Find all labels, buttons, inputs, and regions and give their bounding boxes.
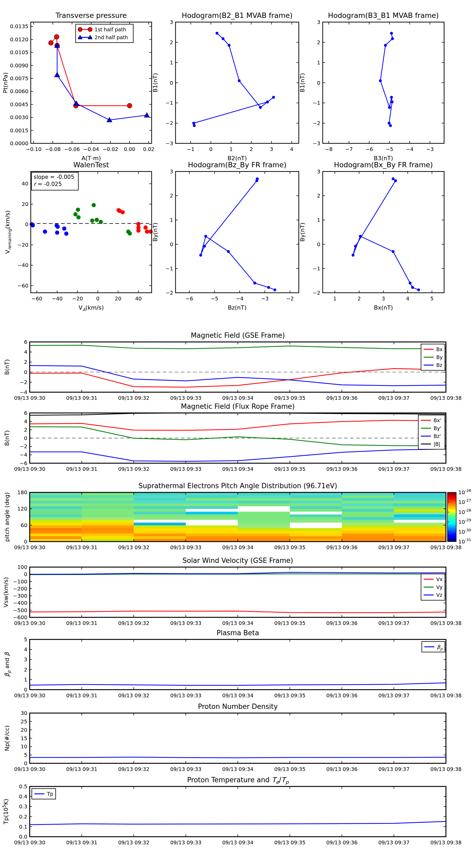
svg-text:0.0030: 0.0030 <box>10 114 28 121</box>
svg-text:0: 0 <box>209 146 212 152</box>
svg-text:slope = -0.005: slope = -0.005 <box>34 174 74 180</box>
svg-text:Vsw(km/s): Vsw(km/s) <box>3 577 9 607</box>
svg-text:−6: −6 <box>20 460 27 466</box>
svg-text:0: 0 <box>24 435 27 441</box>
chart-electron-pitch-angle-heatmap: 09/13 09:3009/13 09:3109/13 09:3209/13 0… <box>0 480 473 559</box>
chart-plasma-beta: 09/13 09:3009/13 09:3109/13 09:3209/13 0… <box>0 627 473 706</box>
svg-text:09/13 09:31: 09/13 09:31 <box>66 692 98 699</box>
svg-text:3: 3 <box>382 296 385 302</box>
svg-text:09/13 09:31: 09/13 09:31 <box>66 466 98 472</box>
svg-text:2: 2 <box>358 296 361 302</box>
svg-text:4: 4 <box>24 349 27 355</box>
svg-text:Vremaining(km/s): Vremaining(km/s) <box>4 210 12 254</box>
svg-text:Hodogram(B2_B1 MVAB frame): Hodogram(B2_B1 MVAB frame) <box>182 11 293 20</box>
svg-text:0: 0 <box>24 571 27 577</box>
svg-text:3: 3 <box>24 656 27 662</box>
svg-text:Tp(105K): Tp(105K) <box>2 799 9 825</box>
svg-text:2: 2 <box>170 192 173 199</box>
svg-text:180: 180 <box>18 489 27 496</box>
svg-text:2: 2 <box>317 192 320 199</box>
svg-text:1: 1 <box>170 217 173 223</box>
svg-text:0.2: 0.2 <box>19 813 27 820</box>
svg-text:10: 10 <box>21 743 27 750</box>
svg-text:09/13 09:35: 09/13 09:35 <box>274 620 306 626</box>
svg-text:B1(nT): B1(nT) <box>152 73 159 93</box>
svg-text:09/13 09:30: 09/13 09:30 <box>14 545 45 551</box>
svg-text:09/13 09:37: 09/13 09:37 <box>378 466 410 472</box>
svg-text:120: 120 <box>18 505 27 512</box>
svg-text:40: 40 <box>135 296 142 302</box>
chart-proton-temperature: 09/13 09:3009/13 09:3109/13 09:3209/13 0… <box>0 774 473 853</box>
svg-text:0.0060: 0.0060 <box>10 88 28 94</box>
chart-magnetic-field-gse: 09/13 09:3009/13 09:3109/13 09:3209/13 0… <box>0 329 473 408</box>
svg-text:Suprathermal Electrons Pitch A: Suprathermal Electrons Pitch Angle Distr… <box>138 482 337 490</box>
svg-text:−4: −4 <box>20 389 27 395</box>
svg-text:09/13 09:38: 09/13 09:38 <box>431 620 462 626</box>
svg-text:09/13 09:36: 09/13 09:36 <box>326 840 358 846</box>
svg-text:09/13 09:36: 09/13 09:36 <box>326 766 358 772</box>
svg-text:09/13 09:30: 09/13 09:30 <box>14 620 45 626</box>
svg-text:09/13 09:35: 09/13 09:35 <box>274 840 306 846</box>
svg-text:Bz(nT): Bz(nT) <box>228 304 246 311</box>
svg-text:25: 25 <box>21 718 27 725</box>
svg-text:6: 6 <box>24 339 27 345</box>
svg-text:09/13 09:33: 09/13 09:33 <box>170 545 202 551</box>
svg-text:09/13 09:37: 09/13 09:37 <box>378 766 410 772</box>
svg-text:VA(km/s): VA(km/s) <box>78 304 104 312</box>
svg-text:10-28: 10-28 <box>458 508 471 515</box>
svg-text:−0.02: −0.02 <box>102 146 118 152</box>
svg-text:−2: −2 <box>20 379 27 385</box>
svg-text:−600: −600 <box>13 614 27 620</box>
svg-text:−0.10: −0.10 <box>26 146 41 152</box>
svg-text:09/13 09:32: 09/13 09:32 <box>118 620 149 626</box>
svg-text:Vz: Vz <box>436 592 442 598</box>
svg-text:0: 0 <box>25 221 28 227</box>
svg-text:−1: −1 <box>166 266 173 272</box>
svg-text:09/13 09:31: 09/13 09:31 <box>66 545 98 551</box>
svg-text:−2: −2 <box>313 289 320 296</box>
svg-text:09/13 09:36: 09/13 09:36 <box>326 692 358 699</box>
svg-text:−2: −2 <box>286 296 294 302</box>
svg-text:4: 4 <box>24 646 27 653</box>
svg-text:−3: −3 <box>166 140 173 147</box>
svg-text:09/13 09:35: 09/13 09:35 <box>274 692 306 699</box>
svg-text:09/13 09:32: 09/13 09:32 <box>118 545 149 551</box>
svg-text:−1: −1 <box>166 100 173 106</box>
svg-text:Bx: Bx <box>436 346 442 352</box>
svg-text:09/13 09:36: 09/13 09:36 <box>326 620 358 626</box>
svg-text:−60: −60 <box>32 296 42 302</box>
svg-text:−60: −60 <box>18 282 28 289</box>
svg-text:Transverse pressure: Transverse pressure <box>56 11 127 20</box>
svg-text:09/13 09:33: 09/13 09:33 <box>170 620 202 626</box>
svg-text:Bx': Bx' <box>434 417 441 423</box>
chart-proton-number-density: 09/13 09:3009/13 09:3109/13 09:3209/13 0… <box>0 701 473 779</box>
svg-text:3: 3 <box>317 19 320 25</box>
svg-text:0: 0 <box>170 80 173 86</box>
svg-text:1: 1 <box>333 296 336 302</box>
svg-text:−6: −6 <box>185 296 193 302</box>
chart-solar-wind-velocity: 09/13 09:3009/13 09:3109/13 09:3209/13 0… <box>0 555 473 633</box>
svg-text:−8: −8 <box>325 146 333 152</box>
svg-text:Tp: Tp <box>47 791 53 797</box>
svg-text:09/13 09:34: 09/13 09:34 <box>222 620 254 626</box>
svg-text:−2: −2 <box>166 289 173 296</box>
svg-text:−4: −4 <box>406 146 414 152</box>
svg-text:09/13 09:32: 09/13 09:32 <box>118 840 149 846</box>
svg-text:09/13 09:34: 09/13 09:34 <box>222 840 254 846</box>
svg-text:2: 2 <box>24 666 27 673</box>
svg-text:WalenTest: WalenTest <box>73 161 109 169</box>
svg-text:09/13 09:34: 09/13 09:34 <box>222 692 254 699</box>
svg-text:09/13 09:36: 09/13 09:36 <box>326 466 358 472</box>
svg-text:09/13 09:30: 09/13 09:30 <box>14 766 45 772</box>
svg-text:0.0000: 0.0000 <box>10 140 28 147</box>
svg-text:3: 3 <box>170 19 173 25</box>
svg-text:−4: −4 <box>236 296 244 302</box>
svg-text:−2: −2 <box>166 120 173 126</box>
svg-text:3: 3 <box>317 168 320 175</box>
svg-text:09/13 09:31: 09/13 09:31 <box>66 620 98 626</box>
svg-text:Pt(nPa): Pt(nPa) <box>2 72 9 93</box>
svg-text:Magnetic Field (Flux Rope Fram: Magnetic Field (Flux Rope Frame) <box>181 402 295 410</box>
svg-text:20: 20 <box>115 296 122 302</box>
svg-text:5: 5 <box>24 636 27 643</box>
svg-text:5: 5 <box>431 296 434 302</box>
